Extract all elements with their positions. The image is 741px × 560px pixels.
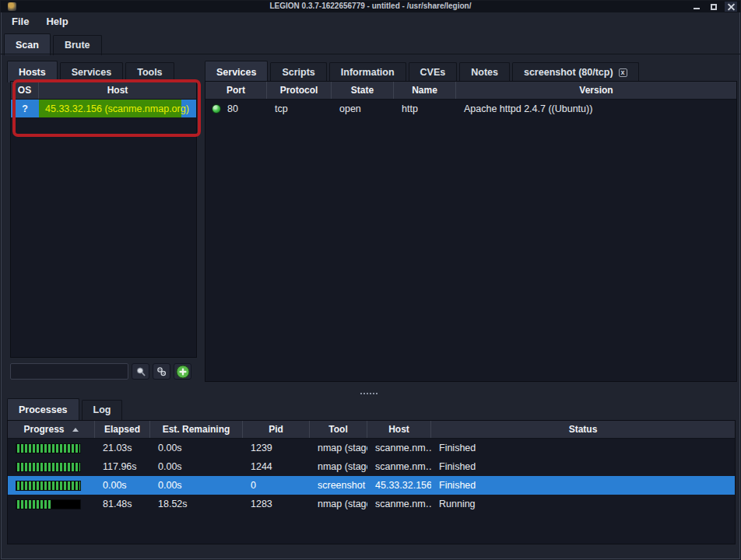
col-protocol[interactable]: Protocol: [267, 82, 332, 99]
host-row[interactable]: ? 45.33.32.156 (scanme.nmap.org): [11, 100, 196, 117]
tab-close-icon[interactable]: x: [619, 68, 627, 77]
config-button[interactable]: [153, 363, 170, 380]
tool-cell: nmap (stage…: [310, 457, 367, 476]
port-open-led-icon: [212, 104, 221, 114]
col-tool[interactable]: Tool: [310, 421, 367, 438]
state-cell: open: [332, 100, 394, 117]
tab-scripts[interactable]: Scripts: [270, 62, 326, 82]
col-pid[interactable]: Pid: [243, 421, 310, 438]
process-row-selected[interactable]: 0.00s 0.00s 0 screenshot (… 45.33.32.156…: [8, 476, 735, 495]
pid-cell: 1283: [243, 495, 310, 513]
col-os[interactable]: OS: [11, 82, 39, 99]
tab-brute[interactable]: Brute: [53, 35, 102, 55]
process-row[interactable]: 81.48s 18.52s 1283 nmap (stage… scanme.n…: [8, 495, 735, 513]
process-row[interactable]: 117.96s 0.00s 1244 nmap (stage… scanme.n…: [8, 457, 735, 476]
processes-panel: Progress Elapsed Est. Remaining Pid Tool…: [7, 420, 736, 544]
sort-asc-icon: [72, 428, 79, 432]
col-status[interactable]: Status: [431, 421, 735, 438]
services-table-header: Port Protocol State Name Version: [205, 82, 736, 100]
maximize-button[interactable]: [708, 2, 720, 12]
tab-log[interactable]: Log: [82, 400, 123, 420]
host-label: 45.33.32.156 (scanme.nmap.org): [39, 100, 181, 117]
pid-cell: 0: [243, 476, 310, 495]
tab-screenshot[interactable]: screenshot (80/tcp)x: [512, 62, 639, 82]
host-os-cell[interactable]: ?: [11, 100, 39, 117]
elapsed-cell: 21.03s: [95, 439, 150, 457]
service-row[interactable]: 80 tcp open http Apache httpd 2.4.7 ((Ub…: [205, 100, 736, 117]
pid-cell: 1239: [243, 439, 310, 457]
tab-cves[interactable]: CVEs: [409, 62, 458, 82]
menu-bar: File Help: [1, 12, 740, 30]
protocol-cell: tcp: [267, 100, 332, 117]
progress-cell: [8, 495, 95, 513]
pid-cell: 1244: [243, 457, 310, 476]
col-port[interactable]: Port: [205, 82, 267, 99]
search-button[interactable]: [132, 363, 149, 380]
add-host-button[interactable]: [174, 363, 191, 380]
tab-scan[interactable]: Scan: [4, 33, 51, 55]
col-state[interactable]: State: [332, 82, 394, 99]
host-cell: scanme.nm…: [367, 495, 431, 513]
name-cell: http: [394, 100, 456, 117]
host-filter-input[interactable]: [10, 363, 128, 380]
splitter-handle[interactable]: [360, 393, 378, 394]
progress-bar: [16, 481, 80, 490]
hosts-panel: OS Host ? 45.33.32.156 (scanme.nmap.org): [10, 81, 197, 358]
status-cell: Finished: [431, 476, 735, 495]
port-cell: 80: [205, 100, 267, 117]
progress-cell: [8, 476, 95, 495]
progress-cell: [8, 457, 95, 476]
host-cell: scanme.nm…: [367, 439, 431, 457]
window-title: LEGION 0.3.7-1622656779 - untitled - /us…: [1, 2, 740, 10]
gears-icon: [156, 366, 167, 377]
tab-notes[interactable]: Notes: [459, 62, 510, 82]
hosts-table-header: OS Host: [11, 82, 196, 100]
col-progress[interactable]: Progress: [8, 421, 95, 438]
elapsed-cell: 117.96s: [95, 457, 150, 476]
remaining-cell: 0.00s: [150, 439, 243, 457]
maximize-icon: [711, 4, 717, 10]
tab-left-services[interactable]: Services: [60, 62, 123, 82]
host-cell[interactable]: 45.33.32.156 (scanme.nmap.org): [39, 100, 196, 117]
title-bar[interactable]: LEGION 0.3.7-1622656779 - untitled - /us…: [1, 1, 740, 12]
status-cell: Finished: [431, 439, 735, 457]
close-icon: [728, 3, 735, 10]
plus-icon: [176, 365, 190, 379]
processes-table-header: Progress Elapsed Est. Remaining Pid Tool…: [8, 421, 735, 439]
legion-window: LEGION 0.3.7-1622656779 - untitled - /us…: [0, 0, 741, 560]
tab-services[interactable]: Services: [205, 61, 268, 82]
host-cell: scanme.nm…: [367, 457, 431, 476]
tab-processes[interactable]: Processes: [7, 398, 79, 420]
col-remaining[interactable]: Est. Remaining: [150, 421, 243, 438]
menu-help[interactable]: Help: [39, 14, 75, 29]
col-name[interactable]: Name: [394, 82, 456, 99]
col-proc-host[interactable]: Host: [367, 421, 431, 438]
tab-tools[interactable]: Tools: [125, 62, 174, 82]
tab-information[interactable]: Information: [329, 62, 406, 82]
process-row[interactable]: 21.03s 0.00s 1239 nmap (stage… scanme.nm…: [8, 439, 735, 457]
tool-cell: nmap (stage…: [310, 439, 367, 457]
progress-bar: [16, 444, 80, 453]
version-cell: Apache httpd 2.4.7 ((Ubuntu)): [456, 100, 736, 117]
progress-cell: [8, 439, 95, 457]
progress-bar: [16, 463, 80, 471]
remaining-cell: 18.52s: [150, 495, 243, 513]
col-elapsed[interactable]: Elapsed: [95, 421, 150, 438]
services-panel: Port Protocol State Name Version 80 tcp …: [205, 81, 737, 382]
minimize-button[interactable]: [690, 2, 703, 12]
status-cell: Finished: [431, 457, 735, 476]
search-icon: [135, 366, 146, 377]
close-button[interactable]: [725, 2, 737, 12]
tab-hosts[interactable]: Hosts: [7, 61, 58, 82]
menu-file[interactable]: File: [5, 14, 36, 29]
col-version[interactable]: Version: [456, 82, 736, 99]
progress-bar: [16, 500, 51, 509]
elapsed-cell: 0.00s: [95, 476, 150, 495]
elapsed-cell: 81.48s: [95, 495, 150, 513]
tool-cell: screenshot (…: [310, 476, 367, 495]
tool-cell: nmap (stage…: [310, 495, 367, 513]
status-cell: Running: [431, 495, 735, 513]
col-host[interactable]: Host: [39, 82, 196, 99]
remaining-cell: 0.00s: [150, 457, 243, 476]
minimize-icon: [694, 8, 700, 9]
